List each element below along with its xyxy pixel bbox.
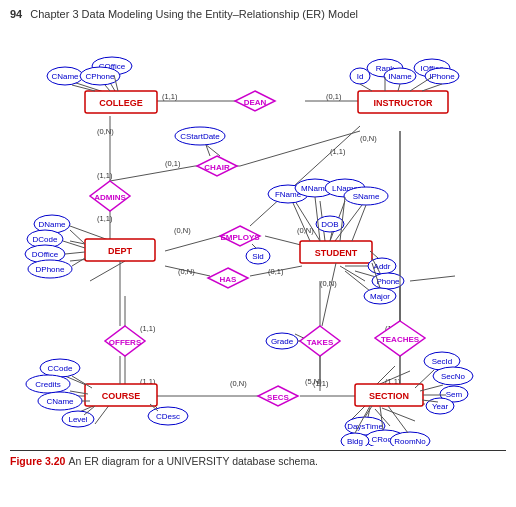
svg-text:Bldg: Bldg — [347, 437, 363, 446]
svg-text:CStartDate: CStartDate — [180, 132, 220, 141]
svg-line-24 — [110, 166, 195, 181]
svg-text:(1,1): (1,1) — [97, 214, 113, 223]
svg-text:SECTION: SECTION — [369, 391, 409, 401]
svg-text:Id: Id — [357, 72, 364, 81]
svg-text:DName: DName — [38, 220, 66, 229]
svg-line-121 — [65, 252, 85, 254]
svg-line-85 — [398, 84, 400, 91]
svg-line-210 — [322, 263, 336, 326]
svg-text:Grade: Grade — [271, 337, 294, 346]
svg-line-122 — [72, 258, 85, 266]
svg-text:Year: Year — [432, 402, 449, 411]
svg-line-32 — [95, 404, 110, 424]
svg-line-87 — [360, 84, 372, 91]
svg-text:(1,1): (1,1) — [330, 147, 346, 156]
figure-caption: Figure 3.20 An ER diagram for a UNIVERSI… — [10, 450, 506, 467]
svg-line-148 — [293, 203, 310, 241]
svg-text:SecId: SecId — [432, 357, 452, 366]
page: 94 Chapter 3 Data Modeling Using the Ent… — [0, 0, 516, 477]
er-diagram: .entity { fill: #fff; stroke: #c00; stro… — [10, 26, 506, 446]
svg-text:Sem: Sem — [446, 390, 463, 399]
svg-text:OFFERS: OFFERS — [109, 338, 142, 347]
svg-text:(0,1): (0,1) — [326, 92, 342, 101]
svg-line-195 — [415, 370, 434, 388]
svg-line-42 — [382, 408, 415, 421]
figure-label-text: Figure 3. — [10, 455, 54, 467]
page-number: 94 — [10, 8, 22, 20]
svg-text:ADMINS: ADMINS — [94, 193, 126, 202]
svg-text:EMPLOYS: EMPLOYS — [220, 233, 260, 242]
svg-text:(1,1): (1,1) — [97, 171, 113, 180]
svg-text:(1,1): (1,1) — [313, 379, 329, 388]
svg-text:IPhone: IPhone — [429, 72, 455, 81]
svg-text:DCode: DCode — [33, 235, 58, 244]
svg-line-152 — [352, 205, 366, 241]
svg-line-6 — [265, 236, 305, 246]
svg-line-98 — [105, 85, 110, 91]
svg-text:SECS: SECS — [267, 393, 289, 402]
svg-text:COURSE: COURSE — [102, 391, 141, 401]
svg-text:TAKES: TAKES — [307, 338, 334, 347]
svg-text:CPhone: CPhone — [86, 72, 115, 81]
figure-caption-text: An ER diagram for a UNIVERSITY database … — [68, 455, 318, 467]
svg-text:(0,1): (0,1) — [268, 267, 284, 276]
svg-text:(0,N): (0,N) — [230, 379, 247, 388]
svg-text:CHAIR: CHAIR — [204, 163, 230, 172]
svg-text:CName: CName — [51, 72, 79, 81]
svg-text:Sld: Sld — [252, 252, 264, 261]
svg-text:DaysTime: DaysTime — [347, 422, 383, 431]
svg-text:COLLEGE: COLLEGE — [99, 98, 143, 108]
svg-text:Major: Major — [370, 292, 390, 301]
svg-text:Credits: Credits — [35, 380, 60, 389]
svg-text:DOB: DOB — [321, 220, 338, 229]
svg-text:(0,N): (0,N) — [174, 226, 191, 235]
svg-text:(0,1): (0,1) — [165, 159, 181, 168]
svg-text:DEPT: DEPT — [108, 246, 133, 256]
svg-text:DOffice: DOffice — [32, 250, 59, 259]
svg-text:HAS: HAS — [220, 275, 238, 284]
svg-text:STUDENT: STUDENT — [315, 248, 358, 258]
svg-text:CName: CName — [46, 397, 74, 406]
svg-text:SecNo: SecNo — [441, 372, 466, 381]
svg-text:RoomNo: RoomNo — [394, 437, 426, 446]
svg-text:DPhone: DPhone — [36, 265, 65, 274]
svg-text:(0,N): (0,N) — [320, 279, 337, 288]
svg-line-50 — [410, 276, 455, 281]
svg-text:IName: IName — [388, 72, 412, 81]
svg-text:SName: SName — [353, 192, 380, 201]
svg-line-14 — [340, 266, 365, 281]
svg-text:Phone: Phone — [376, 277, 400, 286]
svg-text:INSTRUCTOR: INSTRUCTOR — [374, 98, 433, 108]
svg-text:TEACHES: TEACHES — [381, 335, 420, 344]
svg-line-127 — [252, 244, 256, 248]
svg-line-5 — [165, 236, 220, 251]
svg-text:(0,N): (0,N) — [97, 127, 114, 136]
page-header: 94 Chapter 3 Data Modeling Using the Ent… — [10, 8, 506, 20]
svg-line-202 — [388, 406, 408, 433]
svg-text:(0,N): (0,N) — [360, 134, 377, 143]
svg-line-170 — [72, 376, 92, 388]
svg-line-26 — [205, 144, 220, 156]
svg-text:CDesc: CDesc — [156, 412, 180, 421]
svg-text:DEAN: DEAN — [244, 98, 267, 107]
svg-text:CCode: CCode — [48, 364, 73, 373]
svg-text:(0,N): (0,N) — [178, 267, 195, 276]
er-diagram-svg: .entity { fill: #fff; stroke: #c00; stro… — [10, 26, 506, 446]
svg-text:(1,1): (1,1) — [162, 92, 178, 101]
svg-text:(1,1): (1,1) — [140, 324, 156, 333]
svg-line-88 — [422, 84, 442, 91]
figure-label: Figure 3.20 — [10, 455, 68, 467]
svg-text:Level: Level — [68, 415, 87, 424]
chapter-title: Chapter 3 Data Modeling Using the Entity… — [30, 8, 358, 20]
